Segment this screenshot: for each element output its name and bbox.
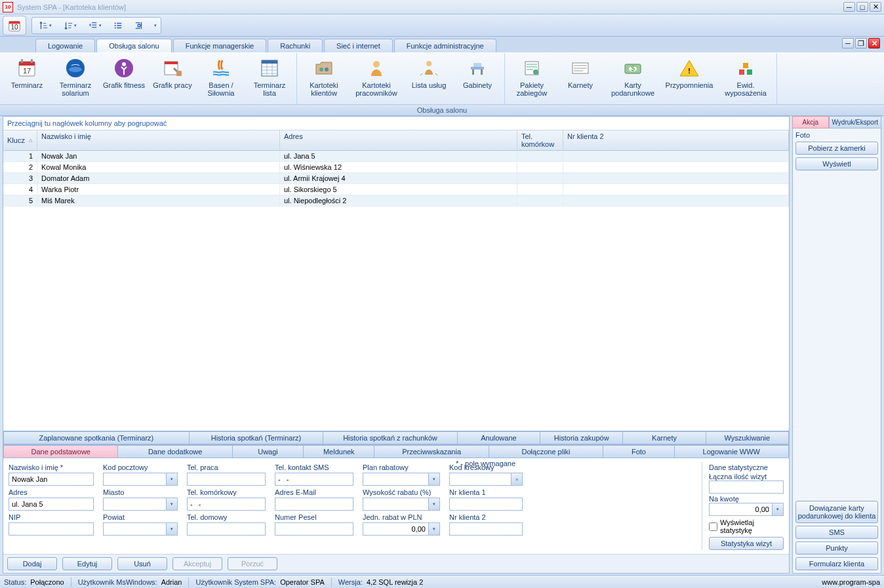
tab-uwagi[interactable]: Uwagi [233,445,304,458]
tab-karnety[interactable]: Karnety [623,431,706,444]
mdi-minimize[interactable]: ─ [842,38,854,49]
tab-foto[interactable]: Foto [603,445,674,458]
input-nip[interactable] [9,522,94,536]
svg-point-23 [426,61,432,66]
checkbox-statystyka-input[interactable] [709,522,717,531]
input-kod[interactable] [103,473,166,486]
tab-rachunki[interactable]: Rachunki [268,39,323,52]
input-powiat[interactable] [103,522,166,536]
side-tab-wydruk[interactable]: Wydruk/Eksport [829,116,881,128]
btn-dowiazanie-karty[interactable]: Dowiązanie karty podarunkowej do klienta [795,501,878,523]
input-tel-dom[interactable] [187,522,266,536]
btn-formularz-klienta[interactable]: Formularz klienta [795,557,878,570]
btn-edytuj[interactable]: Edytuj [62,557,112,570]
tab-logowanie[interactable]: Logowanie [35,39,95,52]
input-plan[interactable] [363,473,428,486]
combo-powiat[interactable]: ▾ [166,522,178,536]
combo-jedn[interactable]: ▾ [428,522,440,536]
side-tab-akcja[interactable]: Akcja [792,116,829,128]
svg-point-12 [69,67,82,72]
input-laczna[interactable] [709,480,784,494]
input-miasto[interactable] [103,498,166,511]
qat-indent[interactable] [132,21,146,30]
tab-anulowane[interactable]: Anulowane [458,431,540,444]
qat-sort-desc[interactable]: ▾ [61,21,79,30]
qat-list[interactable] [111,21,125,30]
tab-funkcje-administracyjne[interactable]: Funkcje administracyjne [394,39,496,52]
tab-logowanie-www[interactable]: Logowanie WWW [675,445,789,458]
form-dane-podstawowe: * - pole wymagane Nazwisko i imię * Adre… [3,458,789,554]
btn-dodaj[interactable]: Dodaj [7,557,57,570]
input-nazwisko[interactable] [9,473,94,486]
tab-wyszukiwanie[interactable]: Wyszukiwanie [706,431,789,444]
tab-funkcje-managerskie[interactable]: Funkcje managerskie [173,39,267,52]
tab-historia-zakupow[interactable]: Historia zakupów [540,431,623,444]
tab-historia-spotkan[interactable]: Historia spotkań (Terminarz) [190,431,324,444]
close-button[interactable]: ✕ [870,2,881,12]
combo-wysokosc[interactable]: ▾ [428,498,440,511]
fitness-icon [113,58,134,79]
app-menu-button[interactable]: 10 [3,16,26,35]
label-plan: Plan rabatowy [363,463,440,471]
tab-przeciwwskazania[interactable]: Przeciwwskazania [374,445,489,458]
group-by-hint[interactable]: Przeciągnij tu nagłówek kolumny aby pogr… [3,117,789,130]
table-row[interactable]: 5Miś Marekul. Niepodległości 2 [3,195,789,206]
input-nr2[interactable] [449,522,523,536]
stats-title: Dane statystyczne [709,463,784,471]
mdi-close[interactable]: ✕ [868,38,880,49]
qat-sort-asc[interactable]: ▾ [36,21,54,30]
input-wysokosc[interactable] [363,498,428,511]
combo-nakwote[interactable]: ▾ [772,503,784,516]
col-klucz[interactable]: Klucz△ [3,130,37,150]
package-icon [521,58,542,79]
input-pesel[interactable] [275,522,353,536]
col-nr-klienta[interactable]: Nr klienta 2 [563,130,789,150]
col-nazwisko[interactable]: Nazwisko i imię [37,130,280,150]
qat-outdent[interactable]: ▾ [86,21,104,30]
btn-sms[interactable]: SMS [795,526,878,539]
tab-siec-internet[interactable]: Sieć i internet [324,39,393,52]
tab-zaplanowane[interactable]: Zaplanowane spotkania (Terminarz) [3,431,190,444]
ribbon-group-caption: Obsługa salonu [0,104,884,115]
table-row[interactable]: 3Domator Adamul. Armii Krajowej 4 [3,173,789,184]
input-email[interactable] [275,498,353,511]
combo-miasto[interactable]: ▾ [166,498,178,511]
input-nakwote[interactable] [709,503,772,516]
barcode-button[interactable]: ≡ [511,473,523,486]
mdi-restore[interactable]: ❐ [855,38,867,49]
btn-punkty[interactable]: Punkty [795,541,878,555]
col-adres[interactable]: Adres [280,130,517,150]
btn-usun[interactable]: Usuń [117,557,167,570]
minimize-button[interactable]: ─ [843,2,855,12]
table-row[interactable]: 2Kowal Monikaul. Wiśniewska 12 [3,162,789,173]
btn-statystyka-wizyt[interactable]: Statystyka wizyt [709,537,784,550]
svg-point-20 [319,68,323,71]
input-adres[interactable] [9,498,94,511]
tab-historia-rachunkow[interactable]: Historia spotkań z rachunków [323,431,458,444]
btn-pobierz-z-kamerki[interactable]: Pobierz z kamerki [795,142,878,155]
tab-meldunek[interactable]: Meldunek [304,445,374,458]
input-jedn[interactable] [363,522,428,536]
col-tel[interactable]: Tel. komórkow [517,130,563,150]
input-tel-sms[interactable] [275,473,353,486]
input-tel-kom[interactable] [187,498,266,511]
qat-overflow[interactable]: ▾ [154,23,157,28]
checkbox-statystyka[interactable]: Wyświetlaj statystykę [709,519,784,534]
svg-rect-26 [481,69,483,75]
combo-kod[interactable]: ▾ [166,473,178,486]
label-email: Adres E-Mail [275,488,353,496]
label-nip: NIP [9,513,94,521]
table-row[interactable]: 4Warka Piotrul. Sikorskiego 5 [3,184,789,195]
input-tel-praca[interactable] [187,473,266,486]
tab-obsluga-salonu[interactable]: Obsługa salonu [96,39,171,52]
tab-dane-dodatkowe[interactable]: Dane dodatkowe [118,445,232,458]
tab-dane-podstawowe[interactable]: Dane podstawowe [3,445,118,458]
input-nr1[interactable] [449,498,523,511]
tab-dolaczone-pliki[interactable]: Dołączone pliki [489,445,603,458]
combo-plan[interactable]: ▾ [428,473,440,486]
table-row[interactable]: 1Nowak Janul. Jana 5 [3,151,789,162]
btn-wyswietl[interactable]: Wyświetl [795,157,878,170]
svg-rect-19 [262,60,277,64]
maximize-button[interactable]: □ [856,2,868,12]
input-kreskowy[interactable] [449,473,511,486]
